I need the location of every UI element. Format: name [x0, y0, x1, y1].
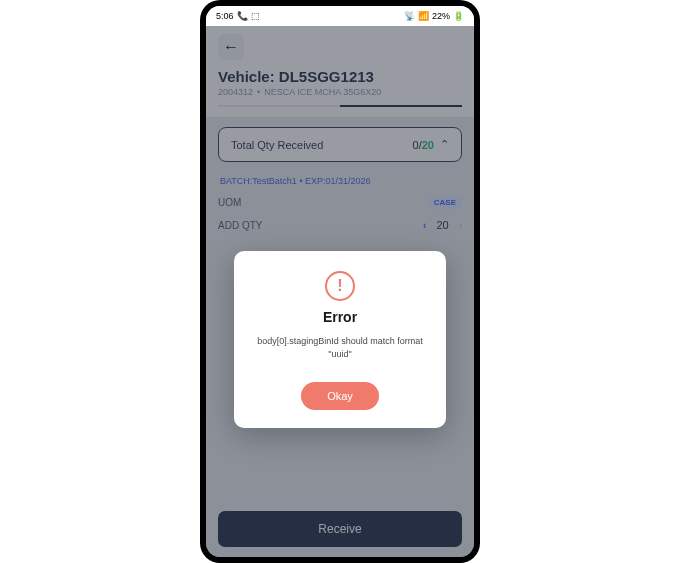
wifi-icon: 📡: [404, 11, 415, 21]
status-right: 📡 📶 22% 🔋: [404, 11, 464, 21]
battery-icon: 🔋: [453, 11, 464, 21]
status-bar: 5:06 📞 ⬚ 📡 📶 22% 🔋: [206, 6, 474, 26]
signal-icon: 📶: [418, 11, 429, 21]
status-left: 5:06 📞 ⬚: [216, 11, 260, 21]
phone-frame: 5:06 📞 ⬚ 📡 📶 22% 🔋 ← Vehicle: DL5SGG1213…: [200, 0, 480, 563]
error-icon: !: [325, 271, 355, 301]
screen: 5:06 📞 ⬚ 📡 📶 22% 🔋 ← Vehicle: DL5SGG1213…: [206, 6, 474, 557]
okay-button[interactable]: Okay: [301, 382, 379, 410]
call-icon: 📞: [237, 11, 248, 21]
status-time: 5:06: [216, 11, 234, 21]
modal-title: Error: [323, 309, 357, 325]
modal-message: body[0].stagingBinId should match format…: [250, 335, 430, 360]
error-modal: ! Error body[0].stagingBinId should matc…: [234, 251, 446, 428]
battery-pct: 22%: [432, 11, 450, 21]
extra-icon: ⬚: [251, 11, 260, 21]
